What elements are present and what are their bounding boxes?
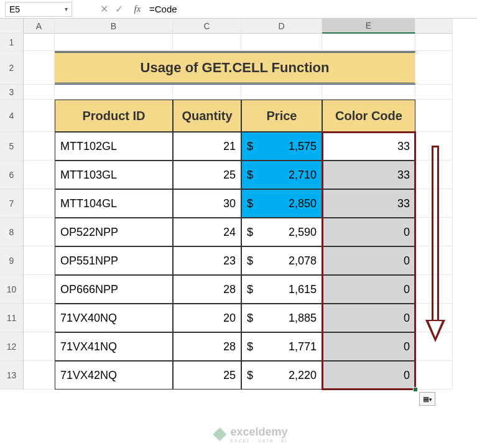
cell-F4[interactable]	[415, 100, 453, 132]
cells: Usage of GET.CELL Function Product ID Qu…	[24, 34, 477, 390]
cell-code-12[interactable]: 0	[322, 332, 415, 361]
header-quantity[interactable]: Quantity	[173, 100, 241, 132]
cell-A3[interactable]	[24, 85, 55, 100]
header-color-code[interactable]: Color Code	[322, 100, 415, 132]
col-header-B[interactable]: B	[55, 19, 173, 34]
cell-qty-13[interactable]: 25	[173, 361, 241, 390]
watermark: exceldemy EXCEL · DATA · BI	[213, 426, 287, 443]
cell-price-10[interactable]: $1,615	[241, 275, 322, 304]
cell-qty-5[interactable]: 21	[173, 132, 241, 161]
cell-product-12[interactable]: 71VX41NQ	[55, 332, 173, 361]
cell-product-6[interactable]: MTT103GL	[55, 161, 173, 189]
cell-product-13[interactable]: 71VX42NQ	[55, 361, 173, 390]
watermark-icon	[213, 427, 226, 441]
cell-F13[interactable]	[415, 361, 453, 390]
cell-A13[interactable]	[24, 361, 55, 390]
select-all-corner[interactable]	[0, 19, 24, 34]
cell-qty-7[interactable]: 30	[173, 189, 241, 218]
cell-qty-8[interactable]: 24	[173, 218, 241, 246]
cell-A1[interactable]	[24, 34, 55, 51]
fx-icon[interactable]: fx	[131, 4, 144, 14]
cell-A10[interactable]	[24, 275, 55, 304]
name-box[interactable]: E5 ▾	[5, 2, 72, 17]
cell-code-9[interactable]: 0	[322, 246, 415, 275]
cell-code-10[interactable]: 0	[322, 275, 415, 304]
cell-product-7[interactable]: MTT104GL	[55, 189, 173, 218]
cell-product-8[interactable]: OP522NPP	[55, 218, 173, 246]
cell-price-6[interactable]: $2,710	[241, 161, 322, 189]
cell-product-5[interactable]: MTT102GL	[55, 132, 173, 161]
autofill-options-button[interactable]: ▦▾	[419, 392, 435, 406]
cell-A8[interactable]	[24, 218, 55, 246]
cell-product-11[interactable]: 71VX40NQ	[55, 304, 173, 332]
formula-buttons: ✕ ✓ fx	[97, 3, 149, 15]
cell-price-13[interactable]: $2,220	[241, 361, 322, 390]
cell-B1[interactable]	[55, 34, 173, 51]
row-header-7[interactable]: 7	[0, 189, 24, 218]
col-header-D[interactable]: D	[241, 19, 322, 34]
cell-A5[interactable]	[24, 132, 55, 161]
cell-qty-10[interactable]: 28	[173, 275, 241, 304]
formula-input[interactable]	[149, 2, 336, 17]
cell-A2[interactable]	[24, 51, 55, 85]
cell-B3[interactable]	[55, 85, 173, 100]
col-header-E[interactable]: E	[322, 19, 415, 34]
row-header-9[interactable]: 9	[0, 246, 24, 275]
cell-qty-11[interactable]: 20	[173, 304, 241, 332]
cell-E3[interactable]	[322, 85, 415, 100]
cell-code-13[interactable]: 0	[322, 361, 415, 390]
cell-code-8[interactable]: 0	[322, 218, 415, 246]
cell-price-7[interactable]: $2,850	[241, 189, 322, 218]
row-header-3[interactable]: 3	[0, 85, 24, 100]
cell-price-12[interactable]: $1,771	[241, 332, 322, 361]
cell-D1[interactable]	[241, 34, 322, 51]
cell-D3[interactable]	[241, 85, 322, 100]
cancel-icon[interactable]: ✕	[97, 3, 111, 15]
cell-qty-6[interactable]: 25	[173, 161, 241, 189]
cell-price-8[interactable]: $2,590	[241, 218, 322, 246]
cell-C1[interactable]	[173, 34, 241, 51]
cell-code-5[interactable]: 33	[322, 132, 415, 161]
cell-qty-12[interactable]: 28	[173, 332, 241, 361]
cell-F2[interactable]	[415, 51, 453, 85]
cell-product-9[interactable]: OP551NPP	[55, 246, 173, 275]
cell-qty-9[interactable]: 23	[173, 246, 241, 275]
cell-C3[interactable]	[173, 85, 241, 100]
cell-product-10[interactable]: OP666NPP	[55, 275, 173, 304]
row-header-12[interactable]: 12	[0, 332, 24, 361]
fill-handle[interactable]	[413, 387, 418, 392]
col-header-C[interactable]: C	[173, 19, 241, 34]
cell-F3[interactable]	[415, 85, 453, 100]
row-header-4[interactable]: 4	[0, 100, 24, 132]
chevron-down-icon[interactable]: ▾	[65, 6, 68, 12]
row-header-6[interactable]: 6	[0, 161, 24, 189]
header-product-id[interactable]: Product ID	[55, 100, 173, 132]
cell-A7[interactable]	[24, 189, 55, 218]
row-header-11[interactable]: 11	[0, 304, 24, 332]
cell-price-11[interactable]: $1,885	[241, 304, 322, 332]
row-header-10[interactable]: 10	[0, 275, 24, 304]
cell-A11[interactable]	[24, 304, 55, 332]
col-header-A[interactable]: A	[24, 19, 55, 34]
col-header-F[interactable]	[415, 19, 453, 34]
row-header-2[interactable]: 2	[0, 51, 24, 85]
cell-price-5[interactable]: $1,575	[241, 132, 322, 161]
row-header-1[interactable]: 1	[0, 34, 24, 51]
header-price[interactable]: Price	[241, 100, 322, 132]
row-header-13[interactable]: 13	[0, 361, 24, 390]
enter-icon[interactable]: ✓	[112, 3, 126, 15]
cell-A9[interactable]	[24, 246, 55, 275]
cell-F1[interactable]	[415, 34, 453, 51]
cell-A4[interactable]	[24, 100, 55, 132]
cell-code-11[interactable]: 0	[322, 304, 415, 332]
cell-code-6[interactable]: 33	[322, 161, 415, 189]
row-header-5[interactable]: 5	[0, 132, 24, 161]
cell-A6[interactable]	[24, 161, 55, 189]
cell-E1[interactable]	[322, 34, 415, 51]
cell-A12[interactable]	[24, 332, 55, 361]
cell-price-9[interactable]: $2,078	[241, 246, 322, 275]
row-header-8[interactable]: 8	[0, 218, 24, 246]
title-cell[interactable]: Usage of GET.CELL Function	[55, 51, 415, 85]
cell-code-7[interactable]: 33	[322, 189, 415, 218]
watermark-text: exceldemy EXCEL · DATA · BI	[230, 426, 287, 443]
